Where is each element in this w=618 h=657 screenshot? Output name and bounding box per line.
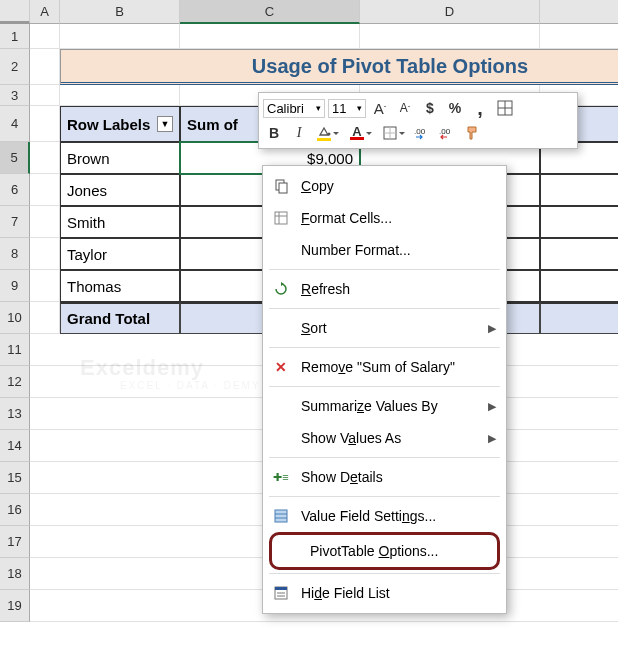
grow-font-button[interactable]: Aˆ (369, 97, 391, 119)
svg-text:.00: .00 (414, 127, 426, 136)
bold-button[interactable]: B (263, 122, 285, 144)
col-header-A[interactable]: A (30, 0, 60, 24)
col-header-C[interactable]: C (180, 0, 360, 24)
cell[interactable] (30, 142, 60, 174)
pivot-value-e9[interactable]: $2,100 (540, 270, 618, 302)
pivottable-options-menu-item[interactable]: PivotTable Options... (274, 540, 493, 562)
row-header-8[interactable]: 8 (0, 238, 30, 270)
sort-menu-item[interactable]: Sort ▶ (263, 312, 506, 344)
svg-rect-18 (275, 587, 287, 590)
row-header-6[interactable]: 6 (0, 174, 30, 206)
separator (269, 269, 500, 270)
cell[interactable] (30, 85, 60, 106)
cell[interactable] (30, 302, 60, 334)
summarize-values-menu-item[interactable]: Summarize Values By ▶ (263, 390, 506, 422)
cell[interactable] (30, 206, 60, 238)
cell[interactable] (30, 24, 60, 49)
hide-field-list-menu-item[interactable]: Hide Field List (263, 577, 506, 609)
borders-icon[interactable] (494, 97, 516, 119)
pivot-row-label[interactable]: Smith (60, 206, 180, 238)
row-header-11[interactable]: 11 (0, 334, 30, 366)
remove-field-menu-item[interactable]: ✕ Remove "Sum of Salary" (263, 351, 506, 383)
svg-point-3 (328, 132, 331, 135)
row-header-15[interactable]: 15 (0, 462, 30, 494)
number-format-menu-item[interactable]: Number Format... (263, 234, 506, 266)
refresh-icon (271, 280, 291, 298)
row-header-19[interactable]: 19 (0, 590, 30, 622)
show-values-as-menu-item[interactable]: Show Values As ▶ (263, 422, 506, 454)
cell[interactable] (180, 24, 360, 49)
row-header-4[interactable]: 4 (0, 106, 30, 142)
pivot-row-label[interactable]: Taylor (60, 238, 180, 270)
row-header-12[interactable]: 12 (0, 366, 30, 398)
col-header-E[interactable]: E (540, 0, 618, 24)
comma-format-button[interactable]: , (469, 97, 491, 119)
row-header-5[interactable]: 5 (0, 142, 30, 174)
increase-decimal-button[interactable]: .00 (412, 122, 434, 144)
percent-format-button[interactable]: % (444, 97, 466, 119)
accounting-format-button[interactable]: $ (419, 97, 441, 119)
decrease-decimal-button[interactable]: .00 (437, 122, 459, 144)
row-header-17[interactable]: 17 (0, 526, 30, 558)
fill-color-button[interactable] (313, 122, 343, 144)
pivot-row-label[interactable]: Thomas (60, 270, 180, 302)
cell[interactable] (30, 106, 60, 142)
cell[interactable] (540, 24, 618, 49)
format-cells-menu-item[interactable]: Format Cells... (263, 202, 506, 234)
cell[interactable] (360, 24, 540, 49)
row-header-7[interactable]: 7 (0, 206, 30, 238)
blank-icon (280, 542, 300, 560)
pivot-grand-total-label[interactable]: Grand Total (60, 302, 180, 334)
cell[interactable] (30, 270, 60, 302)
blank-icon (271, 397, 291, 415)
row-header-13[interactable]: 13 (0, 398, 30, 430)
copy-menu-item[interactable]: Copy (263, 170, 506, 202)
row-header-3[interactable]: 3 (0, 85, 30, 106)
col-header-D[interactable]: D (360, 0, 540, 24)
cell[interactable] (60, 85, 180, 106)
pivot-value-e8[interactable]: $1,600 (540, 238, 618, 270)
font-color-button[interactable]: A (346, 122, 376, 144)
pivot-row-label[interactable]: Jones (60, 174, 180, 206)
separator (269, 496, 500, 497)
svg-rect-10 (279, 183, 287, 193)
format-painter-button[interactable] (462, 122, 484, 144)
font-size-selector[interactable]: 11▾ (328, 99, 366, 118)
remove-icon: ✕ (271, 358, 291, 376)
pivot-value-e6[interactable]: $1,400 (540, 174, 618, 206)
row-header-2[interactable]: 2 (0, 49, 30, 85)
label: Sum of (187, 116, 238, 133)
row-header-1[interactable]: 1 (0, 24, 30, 49)
row-header-10[interactable]: 10 (0, 302, 30, 334)
row-header-9[interactable]: 9 (0, 270, 30, 302)
show-details-menu-item[interactable]: ✚≡ Show Details (263, 461, 506, 493)
font-name-selector[interactable]: Calibri▾ (263, 99, 325, 118)
cell[interactable] (30, 238, 60, 270)
row-header-14[interactable]: 14 (0, 430, 30, 462)
row-header-16[interactable]: 16 (0, 494, 30, 526)
refresh-menu-item[interactable]: Refresh (263, 273, 506, 305)
row-header-18[interactable]: 18 (0, 558, 30, 590)
pivot-grand-total-e[interactable]: $10,100 (540, 302, 618, 334)
pivot-value-e7[interactable]: $2,000 (540, 206, 618, 238)
value-field-settings-menu-item[interactable]: Value Field Settings... (263, 500, 506, 532)
separator (269, 347, 500, 348)
filter-dropdown-icon[interactable]: ▼ (157, 116, 173, 132)
shrink-font-button[interactable]: Aˇ (394, 97, 416, 119)
cell[interactable] (30, 174, 60, 206)
label: Refresh (301, 281, 496, 297)
borders-button[interactable] (379, 122, 409, 144)
format-cells-icon (271, 209, 291, 227)
blank-icon (271, 429, 291, 447)
pivot-row-label[interactable]: Brown (60, 142, 180, 174)
label: A (374, 100, 384, 117)
italic-button[interactable]: I (288, 122, 310, 144)
title-cell[interactable]: Usage of Pivot Table Options (60, 49, 618, 85)
blank-icon (271, 241, 291, 259)
cell[interactable] (60, 24, 180, 49)
col-header-B[interactable]: B (60, 0, 180, 24)
cell[interactable] (30, 49, 60, 85)
select-all-corner[interactable] (0, 0, 30, 24)
pivot-row-labels-header[interactable]: Row Labels ▼ (60, 106, 180, 142)
submenu-arrow-icon: ▶ (488, 400, 496, 413)
